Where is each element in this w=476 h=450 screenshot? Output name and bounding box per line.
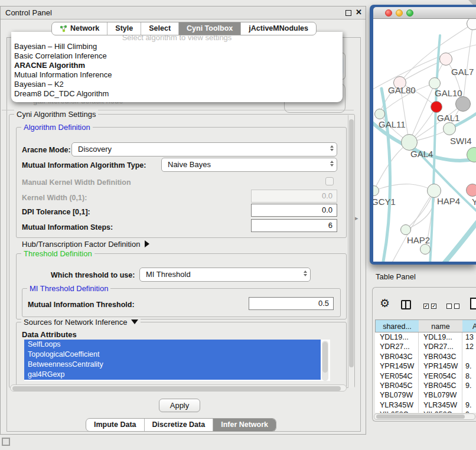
collapse-down-icon[interactable] xyxy=(131,319,138,324)
network-node[interactable] xyxy=(420,244,431,255)
tab-jactivemnodules[interactable]: jActiveMNodules xyxy=(241,22,316,35)
settings-vertical-scrollbar[interactable] xyxy=(348,115,354,388)
scrollbar-thumb[interactable] xyxy=(322,342,328,373)
network-node[interactable] xyxy=(429,77,441,89)
cell-shared-name: YDR27... xyxy=(375,342,419,351)
column-header[interactable]: A... xyxy=(462,319,476,332)
pane-divider-arrow-icon[interactable]: ▸ xyxy=(355,214,358,222)
cell-value xyxy=(462,390,476,400)
tab-label: Select xyxy=(149,22,171,35)
attribute-item-selected[interactable]: TopologicalCoefficient xyxy=(24,350,321,360)
collapsed-panel-icon[interactable] xyxy=(2,438,10,446)
dropdown-option-highlighted[interactable]: ARACNE Algorithm xyxy=(14,61,85,70)
cell-name: YDR27... xyxy=(419,342,462,351)
table-row[interactable]: YDR27... YDR27... 12 xyxy=(375,342,476,351)
hub-transcription-section[interactable]: Hub/Transcription Factor Definition xyxy=(22,240,149,249)
network-window-titlebar[interactable] xyxy=(373,7,476,19)
cell-shared-name: YIL052C xyxy=(375,410,419,413)
network-node[interactable] xyxy=(439,53,452,66)
network-node[interactable] xyxy=(374,109,385,119)
control-panel-tabbar: Network Style Select Cyni Toolbox jActiv… xyxy=(51,22,317,35)
attributes-scrollbar[interactable] xyxy=(322,341,328,381)
network-node[interactable] xyxy=(467,19,476,30)
group-title: Algorithm Definition xyxy=(21,123,93,132)
network-node-label: Y xyxy=(472,197,476,207)
attribute-item-selected[interactable]: SelfLoops xyxy=(24,340,321,350)
mi-algorithm-type-combobox[interactable]: Naive Bayes xyxy=(161,158,337,172)
dropdown-option[interactable]: Basic Correlation Inference xyxy=(14,51,107,60)
mi-threshold-field[interactable]: 0.5 xyxy=(249,297,334,310)
select-all-checkboxes-icon[interactable]: ✓ xyxy=(423,304,429,309)
dropdown-option[interactable]: Bayesian – Hill Climbing xyxy=(14,42,97,51)
network-node[interactable] xyxy=(431,101,442,113)
dpi-tolerance-field[interactable]: 0.0 xyxy=(251,204,337,217)
tab-network[interactable]: Network xyxy=(52,22,107,35)
table-row[interactable]: YPR145W YPR145W 9. xyxy=(375,361,476,371)
tab-style[interactable]: Style xyxy=(107,22,141,35)
network-node[interactable] xyxy=(373,185,379,196)
attribute-item-selected[interactable]: gal4RGexp xyxy=(24,370,321,380)
hub-transcription-label: Hub/Transcription Factor Definition xyxy=(22,240,140,249)
cell-shared-name: YBR045C xyxy=(375,381,419,390)
control-panel-title: Control Panel xyxy=(5,8,52,17)
group-title: Threshold Definition xyxy=(21,249,94,258)
data-attributes-list[interactable]: SelfLoopsTopologicalCoefficientBetweenne… xyxy=(24,340,330,381)
close-traffic-light-icon[interactable] xyxy=(385,9,392,17)
table-row[interactable]: YBL079W YBL079W xyxy=(375,390,476,400)
deselect-checkboxes-icon[interactable] xyxy=(454,304,459,309)
network-node[interactable] xyxy=(466,184,476,197)
network-node[interactable] xyxy=(467,147,476,162)
cell-shared-name: YLR345W xyxy=(375,400,419,410)
column-header-shared-name[interactable]: shared... xyxy=(375,319,419,332)
apply-button[interactable]: Apply xyxy=(159,399,200,412)
mi-steps-field[interactable]: 6 xyxy=(251,219,337,232)
table-horizontal-scrollbar[interactable] xyxy=(374,413,475,420)
table-row[interactable]: YDL19... YDL19... 13 xyxy=(375,332,476,342)
tab-impute-data[interactable]: Impute Data xyxy=(86,419,145,431)
column-header-name[interactable]: name xyxy=(419,319,463,332)
minimize-traffic-light-icon[interactable] xyxy=(396,9,403,17)
network-node[interactable] xyxy=(401,134,418,151)
table-row[interactable]: YBR045C YBR045C 9. xyxy=(375,381,476,390)
table-row[interactable]: YLR345W YLR345W 9. xyxy=(375,400,476,410)
network-node[interactable] xyxy=(443,122,456,135)
attribute-item-selected[interactable]: BetweennessCentrality xyxy=(24,360,321,370)
tab-label: Discretize Data xyxy=(152,419,206,431)
table-row[interactable]: YBR043C YBR043C xyxy=(375,352,476,361)
close-icon[interactable]: ✕ xyxy=(356,8,362,17)
dropdown-option[interactable]: Dream8 DC_TDC Algorithm xyxy=(14,89,109,98)
tab-label: Infer Network xyxy=(221,419,268,431)
expand-right-icon[interactable] xyxy=(145,240,149,247)
table-row[interactable]: YIL052C YIL052C 9. xyxy=(375,410,476,413)
aracne-mode-combobox[interactable]: Discovery xyxy=(71,142,337,156)
scrollbar-thumb[interactable] xyxy=(12,386,341,391)
deselect-checkboxes-icon[interactable] xyxy=(446,304,452,309)
tab-infer-network[interactable]: Infer Network xyxy=(213,419,276,431)
screen: Control Panel ✕ Network Style Select Cyn… xyxy=(0,0,476,450)
cell-name: YPR145W xyxy=(419,361,462,371)
tab-select[interactable]: Select xyxy=(141,22,179,35)
cell-value: 9. xyxy=(462,410,476,413)
network-canvas[interactable]: GAL7GAL80GAL10GAL1GAL11GAL4SWI4GCY1HAP4Y… xyxy=(373,19,476,262)
manual-kernel-width-checkbox[interactable] xyxy=(325,177,334,185)
tab-discretize-data[interactable]: Discretize Data xyxy=(145,419,214,431)
cell-value: 9. xyxy=(462,400,476,410)
network-view-window: GAL7GAL80GAL10GAL1GAL11GAL4SWI4GCY1HAP4Y… xyxy=(370,5,476,265)
table-row[interactable]: YER054C YER054C 8. xyxy=(375,371,476,381)
split-columns-icon[interactable] xyxy=(401,300,411,309)
float-window-icon[interactable] xyxy=(345,10,351,16)
scrollbar-thumb[interactable] xyxy=(376,415,465,419)
gear-icon[interactable]: ⚙ xyxy=(380,296,390,310)
select-all-checkboxes-icon[interactable]: ✓ xyxy=(431,304,436,309)
stepper-icon xyxy=(330,161,334,167)
which-threshold-combobox[interactable]: MI Threshold xyxy=(139,268,311,282)
zoom-traffic-light-icon[interactable] xyxy=(406,9,413,17)
network-node[interactable] xyxy=(455,96,471,112)
network-node[interactable] xyxy=(400,224,411,235)
new-column-icon[interactable] xyxy=(470,298,476,309)
dropdown-option[interactable]: Bayesian – K2 xyxy=(14,80,64,89)
dropdown-option[interactable]: Mutual Information Inference xyxy=(14,70,112,79)
settings-horizontal-scrollbar[interactable] xyxy=(10,384,347,392)
tab-cyni-toolbox[interactable]: Cyni Toolbox xyxy=(179,22,241,35)
scrollbar-thumb[interactable] xyxy=(349,119,354,367)
